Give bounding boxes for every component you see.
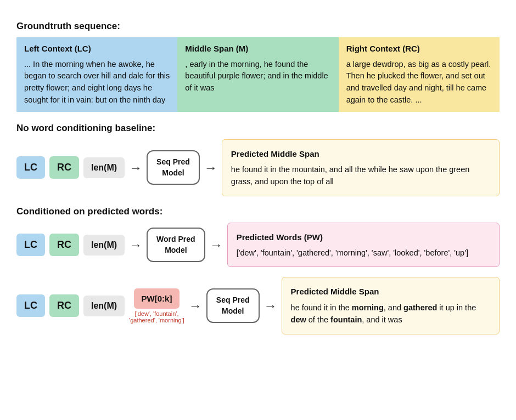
conditioned-model-box: Word PredModel <box>147 228 205 262</box>
conditioned-output-text: ['dew', 'fountain', 'gathered', 'morning… <box>237 247 490 259</box>
m-cell: Middle Span (M) , early in the morning, … <box>177 37 338 112</box>
baseline-model-box: Seq PredModel <box>147 150 200 185</box>
final-flow-row: LC RC len(M) PW[0:k] ['dew', 'fountain',… <box>16 277 500 334</box>
baseline-title: No word conditioning baseline: <box>16 123 500 134</box>
final-bold3: dew <box>291 315 306 324</box>
baseline-output-text: he found it in the mountain, and all the… <box>231 163 490 188</box>
baseline-rc-chip: RC <box>49 156 79 179</box>
final-pw-chip: PW[0:k] <box>134 288 180 309</box>
conditioned-output-box: Predicted Words (PW) ['dew', 'fountain',… <box>227 223 500 268</box>
conditioned-arrow1: → <box>129 237 142 253</box>
final-lc-chip: LC <box>16 294 45 317</box>
final-output-title: Predicted Middle Span <box>291 285 490 298</box>
groundtruth-title: Groundtruth sequence: <box>16 21 500 32</box>
conditioned-output-title: Predicted Words (PW) <box>237 231 490 243</box>
final-model-box: Seq PredModel <box>206 288 260 323</box>
baseline-flow-row: LC RC len(M) → Seq PredModel → Predicted… <box>16 139 500 196</box>
final-text4: of the <box>306 315 330 324</box>
baseline-section: No word conditioning baseline: LC RC len… <box>16 123 500 196</box>
final-text5: , and it was <box>362 315 402 324</box>
lc-cell: Left Context (LC) ... In the morning whe… <box>16 37 177 112</box>
m-header: Middle Span (M) <box>185 43 330 55</box>
baseline-lc-chip: LC <box>16 156 45 179</box>
final-bold1: morning <box>352 303 384 312</box>
final-bold4: fountain <box>330 315 362 324</box>
final-bold2: gathered <box>403 303 437 312</box>
final-pw-container: PW[0:k] ['dew', 'fountain','gathered', '… <box>129 288 184 323</box>
conditioned-lc-chip: LC <box>16 234 45 256</box>
lc-header: Left Context (LC) <box>24 43 170 55</box>
final-section: LC RC len(M) PW[0:k] ['dew', 'fountain',… <box>16 277 500 334</box>
conditioned-section: Conditioned on predicted words: LC RC le… <box>16 206 500 268</box>
baseline-output-box: Predicted Middle Span he found it in the… <box>222 139 500 196</box>
final-arrow1: → <box>189 298 202 314</box>
conditioned-rc-chip: RC <box>49 234 79 256</box>
rc-header: Right Context (RC) <box>346 43 492 55</box>
final-text3: it up in the <box>437 303 476 312</box>
conditioned-flow-row: LC RC len(M) → Word PredModel → Predicte… <box>16 223 500 268</box>
conditioned-arrow2: → <box>210 237 223 253</box>
baseline-output-title: Predicted Middle Span <box>231 147 490 160</box>
rc-cell: Right Context (RC) a large dewdrop, as b… <box>339 37 500 112</box>
lc-text: ... In the morning when he awoke, he beg… <box>24 59 170 106</box>
final-text2: , and <box>384 303 403 312</box>
rc-text: a large dewdrop, as big as a costly pear… <box>346 59 492 106</box>
final-output-box: Predicted Middle Span he found it in the… <box>282 277 500 334</box>
final-rc-chip: RC <box>49 294 79 317</box>
conditioned-title: Conditioned on predicted words: <box>16 206 500 217</box>
m-text: , early in the morning, he found the bea… <box>185 59 330 94</box>
groundtruth-section: Groundtruth sequence: Left Context (LC) … <box>16 21 500 112</box>
baseline-arrow1: → <box>129 160 142 175</box>
conditioned-len-chip: len(M) <box>83 235 125 256</box>
groundtruth-grid: Left Context (LC) ... In the morning whe… <box>16 37 500 112</box>
baseline-len-chip: len(M) <box>83 157 125 178</box>
baseline-arrow2: → <box>204 160 217 175</box>
final-text-before: he found it in the <box>291 303 352 312</box>
final-len-chip: len(M) <box>83 296 125 316</box>
final-pw-sub: ['dew', 'fountain','gathered', 'morning'… <box>129 310 184 323</box>
final-arrow2: → <box>264 298 277 314</box>
final-output-text: he found it in the morning, and gathered… <box>291 302 490 326</box>
